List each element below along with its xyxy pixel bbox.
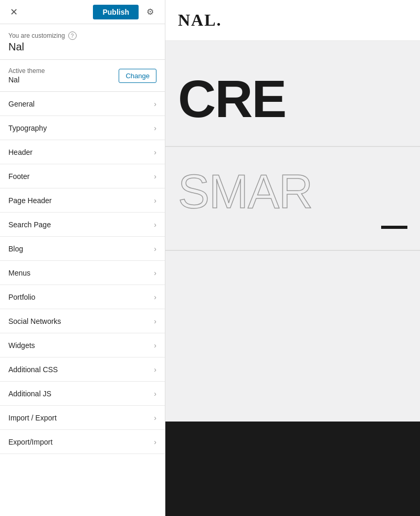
menu-item-typography[interactable]: Typography › xyxy=(0,116,165,140)
customizing-section: You are customizing ? Nal xyxy=(0,24,165,60)
publish-button[interactable]: Publish xyxy=(93,5,139,19)
active-theme-section: Active theme Nal Change xyxy=(0,60,165,92)
preview-inner: NAL. CRE SMAR xyxy=(165,0,420,516)
preview-smart-section: SMAR xyxy=(165,147,420,251)
gear-icon: ⚙ xyxy=(146,7,154,17)
chevron-right-icon: › xyxy=(154,100,156,108)
menu-item-label: Import / Export xyxy=(8,414,57,422)
menu-item-label: Widgets xyxy=(8,341,35,350)
menu-item-label: Export/Import xyxy=(8,438,52,446)
preview-smart-text: SMAR xyxy=(178,168,407,215)
customizing-name: Nal xyxy=(8,41,156,53)
menu-item-menus[interactable]: Menus › xyxy=(0,261,165,285)
menu-item-additional-js[interactable]: Additional JS › xyxy=(0,382,165,406)
help-icon[interactable]: ? xyxy=(68,31,77,40)
preview-logo: NAL. xyxy=(178,10,407,30)
sidebar: ✕ Publish ⚙ You are customizing ? Nal Ac… xyxy=(0,0,165,516)
chevron-right-icon: › xyxy=(154,172,156,181)
menu-item-label: Page Header xyxy=(8,196,52,205)
menu-item-label: Social Networks xyxy=(8,317,61,325)
active-theme-info: Active theme Nal xyxy=(8,67,45,84)
preview-headline: CRE xyxy=(178,72,407,125)
menu-list: General › Typography › Header › Footer ›… xyxy=(0,92,165,516)
chevron-right-icon: › xyxy=(154,389,156,398)
menu-item-label: General xyxy=(8,100,35,108)
chevron-right-icon: › xyxy=(154,269,156,277)
chevron-right-icon: › xyxy=(154,148,156,156)
menu-item-blog[interactable]: Blog › xyxy=(0,237,165,261)
chevron-right-icon: › xyxy=(154,124,156,132)
preview-footer-dark xyxy=(165,422,420,516)
preview-dark-bar xyxy=(381,226,407,229)
gear-button[interactable]: ⚙ xyxy=(142,4,159,20)
menu-item-additional-css[interactable]: Additional CSS › xyxy=(0,357,165,382)
change-theme-button[interactable]: Change xyxy=(119,69,156,83)
menu-item-portfolio[interactable]: Portfolio › xyxy=(0,285,165,309)
chevron-right-icon: › xyxy=(154,317,156,325)
menu-item-import-export[interactable]: Import / Export › xyxy=(0,406,165,430)
menu-item-label: Additional JS xyxy=(8,389,51,398)
chevron-right-icon: › xyxy=(154,341,156,350)
menu-item-label: Blog xyxy=(8,245,23,253)
top-bar: ✕ Publish ⚙ xyxy=(0,0,165,24)
menu-item-social-networks[interactable]: Social Networks › xyxy=(0,309,165,333)
preview-logo-bar: NAL. xyxy=(165,0,420,41)
chevron-right-icon: › xyxy=(154,414,156,422)
menu-item-footer[interactable]: Footer › xyxy=(0,164,165,188)
chevron-right-icon: › xyxy=(154,196,156,205)
menu-item-export-import[interactable]: Export/Import › xyxy=(0,430,165,454)
menu-item-label: Search Page xyxy=(8,220,51,229)
close-button[interactable]: ✕ xyxy=(6,5,21,19)
menu-item-general[interactable]: General › xyxy=(0,92,165,116)
chevron-right-icon: › xyxy=(154,220,156,229)
active-theme-name: Nal xyxy=(8,76,45,84)
menu-item-label: Additional CSS xyxy=(8,365,58,374)
menu-item-header[interactable]: Header › xyxy=(0,140,165,164)
menu-item-label: Footer xyxy=(8,172,29,181)
menu-item-label: Menus xyxy=(8,269,30,277)
menu-item-widgets[interactable]: Widgets › xyxy=(0,333,165,357)
customizing-text: You are customizing xyxy=(8,32,65,39)
active-theme-label: Active theme xyxy=(8,67,45,75)
menu-item-label: Typography xyxy=(8,124,47,132)
menu-item-search-page[interactable]: Search Page › xyxy=(0,213,165,237)
chevron-right-icon: › xyxy=(154,365,156,374)
chevron-right-icon: › xyxy=(154,438,156,446)
chevron-right-icon: › xyxy=(154,245,156,253)
menu-item-label: Header xyxy=(8,148,33,156)
customizing-label: You are customizing ? xyxy=(8,31,156,40)
preview-hero: CRE xyxy=(165,41,420,147)
preview-pane: NAL. CRE SMAR xyxy=(165,0,420,516)
menu-item-page-header[interactable]: Page Header › xyxy=(0,188,165,213)
close-icon: ✕ xyxy=(10,6,18,18)
menu-item-label: Portfolio xyxy=(8,293,35,301)
chevron-right-icon: › xyxy=(154,293,156,301)
